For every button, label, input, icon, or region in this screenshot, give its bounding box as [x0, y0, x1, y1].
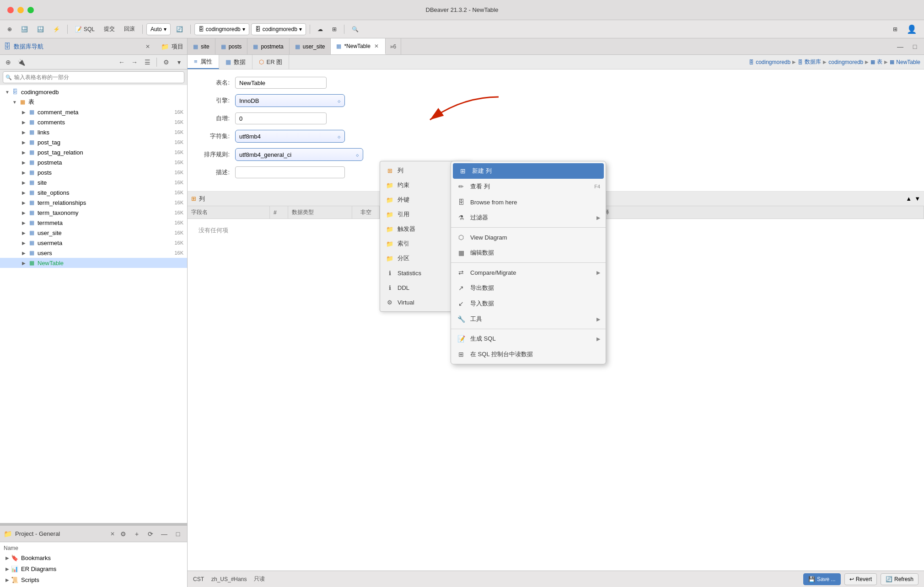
tab-postmeta[interactable]: ▦ postmeta	[247, 38, 289, 54]
tree-item-term_relationships[interactable]: ▶ ▦ term_relationships 16K	[0, 197, 187, 208]
submit-button[interactable]: 提交	[100, 23, 118, 36]
tree-item-comment_meta[interactable]: ▶ ▦ comment_meta 16K	[0, 107, 187, 117]
tree-item-site[interactable]: ▶ ▦ site 16K	[0, 177, 187, 187]
tab-maximize-button[interactable]: □	[909, 41, 920, 52]
desc-input[interactable]	[235, 166, 345, 178]
cm-generate-sql[interactable]: 📝 生成 SQL ▶	[451, 331, 606, 347]
cm-import[interactable]: ↙ 导入数据	[451, 296, 606, 311]
tab-minimize-button[interactable]: —	[895, 41, 906, 52]
connect-button[interactable]: 🔌	[16, 57, 27, 68]
sub-tab-er[interactable]: ⬡ ER 图	[252, 55, 290, 69]
filter-arrow-button[interactable]: ▾	[173, 57, 184, 68]
new-connection-button[interactable]: ⊕	[3, 57, 14, 68]
rollback-button[interactable]: 回滚	[120, 23, 139, 36]
refresh-toolbar-button[interactable]: 🔄	[172, 23, 187, 36]
cm-read-in-console[interactable]: ⊞ 在 SQL 控制台中读数据	[451, 347, 606, 362]
grid-view-button[interactable]: ⊞	[889, 23, 901, 36]
project-add-button[interactable]: +	[131, 528, 142, 539]
tab-site[interactable]: ▦ site	[188, 38, 215, 54]
tab-user-site[interactable]: ▦ user_site	[290, 38, 331, 54]
project-refresh-button[interactable]: ⟳	[145, 528, 156, 539]
window-controls[interactable]	[7, 7, 34, 13]
sub-tab-data[interactable]: ▦ 数据	[219, 55, 252, 69]
table-name-input[interactable]	[235, 77, 327, 89]
charset-select[interactable]: utf8mb4 ⬦	[235, 130, 345, 143]
tree-item-usermeta[interactable]: ▶ ▦ usermeta 16K	[0, 238, 187, 248]
breadcrumb-item-3[interactable]: ▦ 表	[870, 58, 882, 66]
tree-item-post_tag_relation[interactable]: ▶ ▦ post_tag_relation 16K	[0, 147, 187, 157]
refresh-button[interactable]: 🔄 Refresh	[881, 573, 919, 585]
tree-item-newtable[interactable]: ▶ ▦ NewTable	[0, 258, 187, 268]
tree-item-site_options[interactable]: ▶ ▦ site_options 16K	[0, 187, 187, 197]
breadcrumb-item-4[interactable]: ▦ NewTable	[890, 59, 920, 65]
tree-item-postmeta[interactable]: ▶ ▦ postmeta 16K	[0, 157, 187, 167]
project-minimize-button[interactable]: —	[159, 528, 170, 539]
breadcrumb-item-0[interactable]: 🗄 codingmoredb	[749, 59, 790, 65]
tree-item-termmeta[interactable]: ▶ ▦ termmeta 16K	[0, 218, 187, 228]
toolbar-divider-2	[142, 25, 143, 34]
nav-right-button[interactable]: →	[129, 57, 140, 68]
tab-newtable[interactable]: ▦ *NewTable ✕	[331, 38, 385, 54]
engine-select[interactable]: InnoDB ⬦	[235, 94, 345, 107]
tree-item-post_tag[interactable]: ▶ ▦ post_tag 16K	[0, 137, 187, 147]
nav-back-button[interactable]: 🔙	[17, 23, 32, 36]
tree-item-user_site[interactable]: ▶ ▦ user_site 16K	[0, 228, 187, 238]
tree-item-tables[interactable]: ▼ ▦ 表	[0, 97, 187, 107]
search-input[interactable]	[3, 71, 184, 83]
cm-compare-migrate[interactable]: ⇄ Compare/Migrate ▶	[451, 265, 606, 280]
save-button[interactable]: 💾 Save ...	[803, 573, 841, 585]
cm-view-column[interactable]: ✏ 查看 列 F4	[451, 179, 606, 194]
tree-item-term_taxonomy[interactable]: ▶ ▦ term_taxonomy 16K	[0, 208, 187, 218]
project-maximize-button[interactable]: □	[172, 528, 183, 539]
form-row-autoinc: 自增:	[199, 112, 913, 124]
avatar-button[interactable]: 👤	[903, 23, 920, 36]
search-toolbar-button[interactable]: 🔍	[348, 23, 362, 36]
collation-select[interactable]: utf8mb4_general_ci ⬦	[235, 148, 363, 161]
project-item-scripts[interactable]: ▶ 📜 Scripts	[0, 574, 187, 585]
tab-newtable-label: *NewTable	[344, 43, 370, 49]
breadcrumb-item-2[interactable]: codingmoredb	[828, 59, 863, 65]
auto-selector[interactable]: Auto ▾	[146, 23, 171, 35]
nav-forward-button[interactable]: 🔛	[33, 23, 48, 36]
tab-posts[interactable]: ▦ posts	[215, 38, 248, 54]
db-selector-1[interactable]: 🗄 codingmoredb ▾	[194, 23, 249, 35]
revert-button[interactable]: ↩ Revert	[844, 573, 877, 585]
new-button[interactable]: ⊕	[4, 23, 16, 36]
tree-item-comments[interactable]: ▶ ▦ comments 16K	[0, 117, 187, 127]
project-item-bookmarks[interactable]: ▶ 🔖 Bookmarks	[0, 552, 187, 563]
cm-view-diagram[interactable]: ⬡ View Diagram	[451, 229, 606, 245]
breadcrumb-item-1[interactable]: 🗄 数据库	[798, 58, 821, 66]
tab-newtable-close-button[interactable]: ✕	[373, 43, 380, 49]
nav-config-button[interactable]: ☰	[142, 57, 153, 68]
db-selector-2[interactable]: 🗄 codingmoredb ▾	[251, 23, 306, 35]
tree-item-codingmoredb[interactable]: ▼ 🗄 codingmoredb	[0, 87, 187, 97]
cm-export[interactable]: ↗ 导出数据	[451, 280, 606, 296]
cloud-button[interactable]: ☁	[314, 23, 327, 36]
project-panel: 📁 Project - General ✕ ⚙ + ⟳ — □ Name ▶ 🔖…	[0, 523, 187, 587]
maximize-button[interactable]	[27, 7, 34, 13]
filter-button[interactable]: ⚙	[161, 57, 172, 68]
db-nav-close-button[interactable]: ✕	[145, 43, 150, 50]
cm-tools[interactable]: 🔧 工具 ▶	[451, 311, 606, 327]
cm-edit-data[interactable]: ▦ 编辑数据	[451, 245, 606, 261]
db-name-1: codingmoredb	[206, 26, 241, 32]
minimize-button[interactable]	[17, 7, 24, 13]
grid-button[interactable]: ⊞	[328, 23, 340, 36]
tab-overflow[interactable]: » 6	[386, 38, 401, 54]
disconnect-button[interactable]: ⚡	[49, 23, 64, 36]
project-close-button[interactable]: ✕	[110, 531, 115, 537]
tree-item-links[interactable]: ▶ ▦ links 16K	[0, 127, 187, 137]
project-settings-button[interactable]: ⚙	[118, 528, 129, 539]
tree-item-users[interactable]: ▶ ▦ users 16K	[0, 248, 187, 258]
filter-label: 过滤器	[470, 213, 592, 222]
close-button[interactable]	[7, 7, 14, 13]
cm-browse-from-here[interactable]: 🗄 Browse from here	[451, 194, 606, 210]
tree-item-posts[interactable]: ▶ ▦ posts 16K	[0, 167, 187, 177]
cm-filter[interactable]: ⚗ 过滤器 ▶	[451, 210, 606, 225]
nav-up-button[interactable]: ←	[116, 57, 127, 68]
sql-button[interactable]: 📝 SQL	[71, 23, 98, 36]
project-item-er-diagrams[interactable]: ▶ 📊 ER Diagrams	[0, 563, 187, 574]
autoinc-input[interactable]	[235, 112, 327, 124]
cm-new-column[interactable]: ⊞ 新建 列	[453, 163, 604, 179]
sub-tab-properties[interactable]: ≡ 属性	[188, 55, 219, 69]
